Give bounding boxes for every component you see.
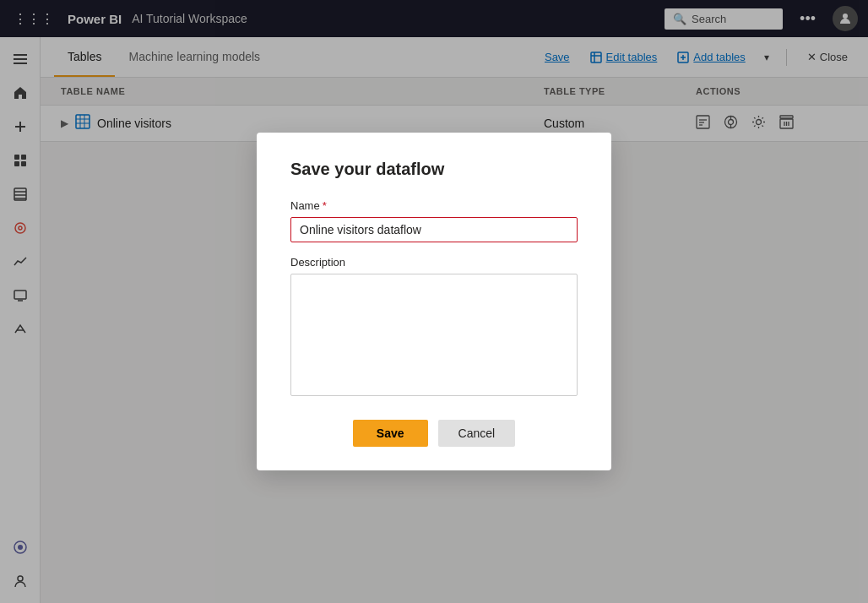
save-dataflow-modal: Save your dataflow Name* Description Sav… xyxy=(257,133,611,470)
required-marker: * xyxy=(323,199,327,212)
description-textarea[interactable] xyxy=(290,274,578,396)
description-label: Description xyxy=(290,256,578,269)
modal-buttons: Save Cancel xyxy=(290,420,578,447)
name-label: Name* xyxy=(290,199,578,212)
modal-save-button[interactable]: Save xyxy=(353,420,428,447)
modal-cancel-button[interactable]: Cancel xyxy=(438,420,516,447)
modal-title: Save your dataflow xyxy=(290,160,578,179)
name-input[interactable] xyxy=(290,217,578,242)
modal-overlay: Save your dataflow Name* Description Sav… xyxy=(0,0,868,603)
